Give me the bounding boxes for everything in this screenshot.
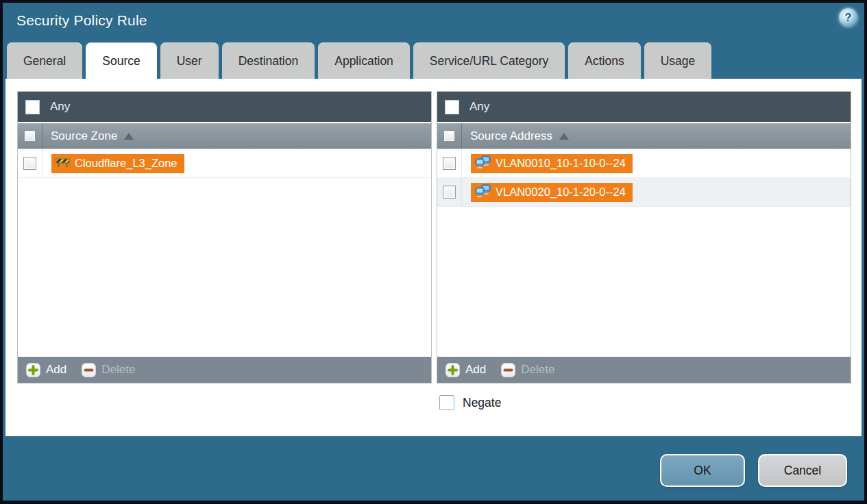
zone-name: Cloudflare_L3_Zone	[75, 157, 178, 170]
delete-button[interactable]: Delete	[82, 363, 135, 377]
sort-ascending-icon	[124, 133, 134, 140]
source-zone-any-checkbox[interactable]	[25, 100, 40, 114]
row-checkbox[interactable]	[443, 157, 456, 170]
address-icon	[475, 155, 496, 171]
source-address-any-checkbox[interactable]	[445, 100, 459, 114]
zone-icon	[56, 157, 75, 171]
source-address-footer: Add Delete	[437, 357, 851, 383]
tab-usage[interactable]: Usage	[644, 42, 712, 79]
source-address-any-label: Any	[469, 100, 489, 114]
row-checkbox[interactable]	[443, 186, 456, 199]
tab-application[interactable]: Application	[318, 42, 410, 79]
zone-chip[interactable]: Cloudflare_L3_Zone	[51, 154, 184, 173]
minus-icon	[82, 363, 96, 377]
add-button[interactable]: Add	[26, 363, 66, 377]
negate-label: Negate	[463, 396, 501, 410]
source-address-column-label: Source Address	[470, 129, 552, 143]
dialog-title: Security Policy Rule	[16, 12, 147, 29]
plus-icon	[26, 363, 40, 377]
tab-actions[interactable]: Actions	[568, 42, 640, 79]
sort-ascending-icon	[559, 133, 569, 140]
source-address-list: VLAN0010_10-1-10-0--24	[437, 149, 851, 357]
delete-button-label: Delete	[101, 363, 135, 377]
table-row[interactable]: Cloudflare_L3_Zone	[18, 149, 431, 178]
cancel-button[interactable]: Cancel	[758, 454, 847, 487]
negate-control: Negate	[439, 395, 501, 410]
tab-user[interactable]: User	[160, 42, 219, 79]
source-address-any-bar: Any	[437, 92, 851, 122]
plus-icon	[445, 363, 460, 377]
source-zone-select-all-checkbox[interactable]	[24, 130, 36, 142]
negate-checkbox[interactable]	[439, 395, 454, 410]
add-button-label: Add	[465, 363, 486, 377]
source-zone-list: Cloudflare_L3_Zone	[18, 149, 431, 357]
dialog-background: Security Policy Rule ? General Source Us…	[3, 3, 864, 501]
table-row[interactable]: VLAN0010_10-1-10-0--24	[437, 149, 851, 178]
tab-source[interactable]: Source	[86, 42, 156, 79]
add-button-label: Add	[46, 363, 66, 377]
source-address-column-header[interactable]: Source Address	[437, 123, 851, 149]
address-chip[interactable]: VLAN0020_10-1-20-0--24	[471, 183, 633, 202]
address-icon	[475, 184, 496, 200]
source-zone-column-label: Source Zone	[51, 129, 117, 143]
delete-button-label: Delete	[521, 363, 554, 377]
source-zone-any-label: Any	[50, 100, 70, 114]
tab-service-url-category[interactable]: Service/URL Category	[413, 42, 565, 79]
source-zone-column-header[interactable]: Source Zone	[18, 123, 431, 149]
address-name: VLAN0020_10-1-20-0--24	[496, 186, 626, 199]
source-address-panel: Any Source Address	[437, 91, 851, 383]
row-checkbox[interactable]	[23, 157, 36, 170]
source-zone-footer: Add Delete	[18, 357, 431, 383]
tab-general[interactable]: General	[7, 42, 82, 79]
minus-icon	[501, 363, 515, 377]
delete-button[interactable]: Delete	[501, 363, 554, 377]
address-name: VLAN0010_10-1-10-0--24	[496, 157, 626, 170]
help-icon[interactable]: ?	[839, 8, 857, 27]
table-row[interactable]: VLAN0020_10-1-20-0--24	[437, 178, 851, 207]
source-address-select-all-checkbox[interactable]	[443, 130, 455, 142]
source-zone-panel: Any Source Zone	[17, 91, 432, 383]
address-chip[interactable]: VLAN0010_10-1-10-0--24	[471, 154, 633, 173]
security-policy-rule-dialog: Security Policy Rule ? General Source Us…	[0, 0, 867, 504]
source-tab-content: Any Source Zone	[5, 79, 862, 436]
add-button[interactable]: Add	[445, 363, 486, 377]
tab-bar: General Source User Destination Applicat…	[7, 42, 711, 79]
tab-destination[interactable]: Destination	[222, 42, 315, 79]
ok-button[interactable]: OK	[660, 454, 745, 487]
source-zone-any-bar: Any	[18, 92, 431, 122]
